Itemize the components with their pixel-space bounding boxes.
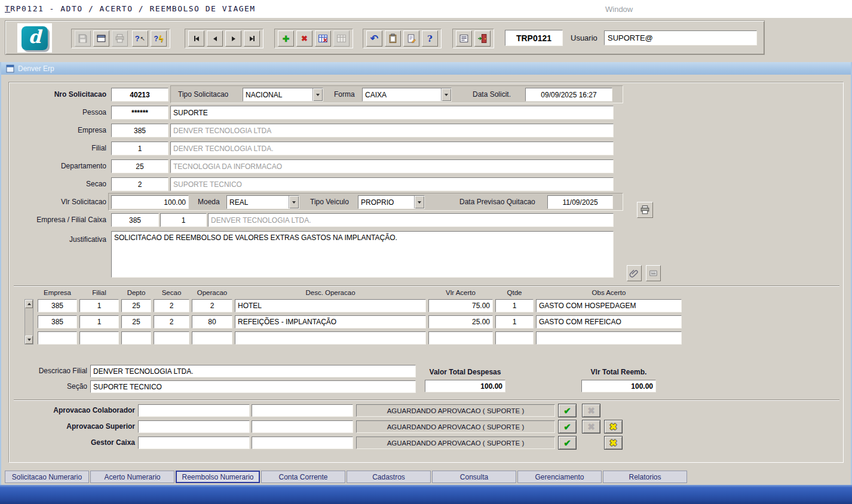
- query-edit-button[interactable]: [315, 30, 331, 47]
- save-button[interactable]: [75, 30, 91, 47]
- grid-cell[interactable]: 1: [79, 299, 119, 312]
- moeda-select[interactable]: REAL: [226, 195, 299, 209]
- tab-relatorios[interactable]: Relatorios: [603, 471, 687, 483]
- grid-cell[interactable]: [154, 331, 189, 345]
- grid-scrollbar[interactable]: [24, 299, 33, 345]
- grid-cell[interactable]: [121, 331, 151, 345]
- add-record-button[interactable]: [278, 30, 294, 47]
- reject-superior-button[interactable]: [582, 420, 600, 434]
- data-previsao-quitacao-field[interactable]: 11/09/2025: [547, 195, 613, 209]
- secao-code-field[interactable]: 2: [111, 177, 168, 191]
- grid-cell[interactable]: 75.00: [428, 299, 493, 312]
- grid-cell[interactable]: [536, 331, 682, 345]
- tab-reembolso-numerario[interactable]: Reembolso Numerario: [176, 471, 260, 483]
- grid-cell[interactable]: [235, 331, 426, 345]
- grid-cell[interactable]: 25: [121, 315, 151, 328]
- approve-superior-button[interactable]: [558, 420, 577, 434]
- tipo-veiculo-dropdown-button[interactable]: [414, 196, 424, 208]
- empresa-code-field[interactable]: 385: [111, 124, 168, 137]
- scroll-down-button[interactable]: [25, 336, 33, 344]
- grid-header-depto: Depto: [121, 289, 151, 296]
- forma-dropdown-button[interactable]: [441, 88, 451, 101]
- menu-item-window[interactable]: Window: [605, 5, 633, 14]
- grid-cell[interactable]: 1: [495, 315, 534, 328]
- attachment-options-button[interactable]: [646, 265, 661, 281]
- toolbar: TRP0121 Usuario SUPORTE@: [5, 20, 765, 55]
- pessoa-code-field[interactable]: ******: [111, 106, 168, 119]
- tab-consulta[interactable]: Consulta: [432, 471, 516, 483]
- vlr-solicitacao-field[interactable]: 100.00: [111, 195, 189, 209]
- tipo-solicitacao-select[interactable]: NACIONAL: [243, 88, 323, 102]
- filial-code-field[interactable]: 1: [111, 142, 168, 155]
- grid-cell[interactable]: HOTEL: [235, 299, 426, 312]
- empresa-caixa-field[interactable]: 385: [111, 213, 159, 227]
- preview-button[interactable]: [93, 30, 109, 47]
- cancel-gestor-button[interactable]: [604, 436, 623, 450]
- last-record-icon: [250, 36, 255, 41]
- approve-gestor-button[interactable]: [558, 436, 577, 450]
- empresa-filial-caixa-label: Empresa / Filial Caixa: [14, 213, 106, 227]
- grid-cell[interactable]: 2: [192, 299, 232, 312]
- grid-cell[interactable]: 80: [192, 315, 232, 328]
- usuario-input[interactable]: SUPORTE@: [604, 30, 757, 45]
- grid-cell[interactable]: [38, 331, 77, 345]
- approve-colaborador-button[interactable]: [558, 404, 577, 417]
- grid-cell[interactable]: 385: [38, 315, 77, 328]
- grid-cell[interactable]: [428, 331, 493, 345]
- cancel-superior-button[interactable]: [604, 420, 623, 434]
- nro-solicitacao-field[interactable]: 40213: [111, 88, 168, 102]
- print-button[interactable]: [112, 30, 128, 47]
- tab-solicitacao-numerario[interactable]: Solicitacao Numerario: [5, 471, 89, 483]
- valor-total-despesas-field: 100.00: [425, 380, 505, 392]
- menu-button[interactable]: [456, 30, 472, 47]
- grid-cell[interactable]: GASTO COM HOSPEDAGEM: [536, 299, 682, 312]
- tipo-solicitacao-dropdown-button[interactable]: [312, 88, 323, 101]
- forma-select[interactable]: CAIXA: [362, 88, 452, 102]
- filial-caixa-field[interactable]: 1: [160, 213, 207, 227]
- moeda-dropdown-button[interactable]: [289, 196, 299, 208]
- grid-cell[interactable]: [192, 331, 232, 345]
- reject-colaborador-button[interactable]: [582, 404, 600, 417]
- nav-last-button[interactable]: [244, 30, 260, 47]
- grid-cell[interactable]: REFEIÇÕES - IMPLANTAÇÃO: [235, 315, 426, 328]
- help-select-button[interactable]: [132, 30, 148, 47]
- data-solicit-field[interactable]: 09/09/2025 16:27: [525, 88, 612, 102]
- grid-cell[interactable]: 2: [154, 299, 189, 312]
- previous-record-icon: [213, 36, 217, 41]
- program-code-field[interactable]: TRP0121: [505, 30, 563, 46]
- properties-button[interactable]: [403, 30, 419, 47]
- undo-button[interactable]: [366, 30, 382, 47]
- grid-cell[interactable]: 1: [495, 299, 534, 312]
- tipo-veiculo-select[interactable]: PROPRIO: [358, 195, 425, 209]
- tab-cadastros[interactable]: Cadastros: [347, 471, 431, 483]
- query-clear-button[interactable]: [333, 30, 350, 47]
- grid-cell[interactable]: 25: [121, 299, 151, 312]
- print-request-button[interactable]: [637, 202, 653, 218]
- tab-acerto-numerario[interactable]: Acerto Numerario: [90, 471, 174, 483]
- help-button[interactable]: [422, 30, 438, 47]
- paste-button[interactable]: [385, 30, 401, 47]
- grid-cell[interactable]: [495, 331, 534, 345]
- grid-cell[interactable]: 385: [38, 299, 77, 312]
- grid-cell[interactable]: 2: [154, 315, 189, 328]
- exit-button[interactable]: [474, 30, 491, 47]
- nav-prev-button[interactable]: [207, 30, 223, 47]
- departamento-code-field[interactable]: 25: [111, 159, 168, 173]
- scroll-up-button[interactable]: [25, 300, 33, 308]
- data-solicit-label: Data Solicit.: [473, 88, 511, 102]
- grid-header-qtde: Qtde: [495, 289, 534, 296]
- tab-conta-corrente[interactable]: Conta Corrente: [261, 471, 345, 483]
- grid-cell[interactable]: [79, 331, 119, 345]
- grid-cell[interactable]: GASTO COM REFEICAO: [536, 315, 682, 328]
- grid-cell[interactable]: 25.00: [428, 315, 493, 328]
- delete-record-button[interactable]: [296, 30, 312, 47]
- nav-first-button[interactable]: [188, 30, 204, 47]
- arrow-up-icon: [27, 303, 31, 305]
- help-flash-button[interactable]: [151, 30, 167, 47]
- nav-next-button[interactable]: [225, 30, 241, 47]
- justificativa-textarea[interactable]: SOLICITACAO DE REEMBOLSO DE VALORES EXTR…: [111, 231, 614, 278]
- tab-gerenciamento[interactable]: Gerenciamento: [517, 471, 602, 483]
- grid-cell[interactable]: 1: [79, 315, 119, 328]
- denver-logo-icon: [22, 26, 48, 50]
- attachment-button[interactable]: [627, 265, 642, 281]
